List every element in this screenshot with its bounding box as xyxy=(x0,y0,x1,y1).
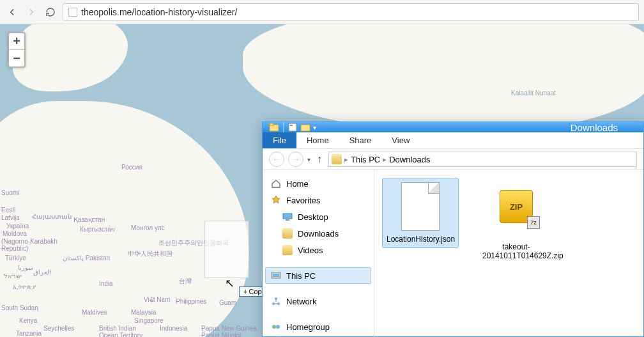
drag-ghost-file xyxy=(204,221,249,278)
map-label: Монгол улс xyxy=(131,224,165,231)
forward-button[interactable] xyxy=(24,5,38,19)
folder-icon xyxy=(282,228,293,239)
tab-home[interactable]: Home xyxy=(296,132,339,148)
folder-icon xyxy=(282,245,293,255)
map-label: سوريا xyxy=(18,264,33,271)
svg-rect-4 xyxy=(301,125,310,131)
navigation-pane: Home Favorites Desktop Downloads Videos … xyxy=(263,170,374,337)
nav-network[interactable]: Network xyxy=(265,293,371,310)
svg-point-13 xyxy=(276,325,280,329)
properties-icon[interactable] xyxy=(288,122,298,132)
ribbon-tabs: File Home Share View xyxy=(263,132,643,149)
file-list[interactable]: LocationHistory.json ZIP 7z takeout-2014… xyxy=(374,170,643,337)
recent-locations-dropdown[interactable]: ▾ xyxy=(307,156,310,163)
7z-badge-icon: 7z xyxy=(527,216,540,229)
map-label: Україна xyxy=(6,223,29,230)
map-label: Кыргызстан xyxy=(80,226,114,233)
filename-label: takeout-20141011T014629Z.zip xyxy=(482,242,550,260)
home-icon xyxy=(271,178,281,189)
map-label: Suomi xyxy=(1,189,19,196)
map-label: Malaysia xyxy=(131,309,156,316)
svg-point-11 xyxy=(275,297,277,300)
tab-view[interactable]: View xyxy=(381,132,420,148)
explorer-back-button[interactable]: ← xyxy=(269,152,284,167)
chevron-right-icon[interactable]: ▸ xyxy=(344,155,348,164)
window-title: Downloads xyxy=(571,122,618,133)
map-label: Philippines xyxy=(176,298,206,305)
map-label: پاکستان Pakistan xyxy=(63,255,110,262)
file-locationhistory-json[interactable]: LocationHistory.json xyxy=(382,178,459,248)
svg-rect-6 xyxy=(286,219,289,221)
nav-homegroup[interactable]: Homegroup xyxy=(265,318,371,335)
map-label: Kalaallit Nunaat xyxy=(511,90,556,97)
map-label: (Nagorno-Karabakh Republic) xyxy=(1,238,57,252)
map-label: Việt Nam xyxy=(144,296,170,303)
up-button[interactable]: ↑ xyxy=(314,153,325,165)
titlebar[interactable]: ▾ Downloads xyxy=(263,122,643,132)
nav-videos[interactable]: Videos xyxy=(265,242,371,258)
svg-rect-1 xyxy=(270,123,273,125)
desktop-icon xyxy=(282,212,293,222)
nav-desktop-label: Desktop xyxy=(298,212,328,222)
qat-dropdown-icon[interactable]: ▾ xyxy=(313,124,316,131)
nav-downloads-label: Downloads xyxy=(298,229,339,239)
map-label: Singapore xyxy=(134,317,164,324)
map-label: Россия xyxy=(121,164,142,171)
map-label: British Indian Ocean Territory xyxy=(99,325,142,337)
tab-file[interactable]: File xyxy=(263,132,296,148)
zoom-in-button[interactable]: + xyxy=(9,33,24,50)
chevron-right-icon[interactable]: ▸ xyxy=(383,155,387,164)
network-icon xyxy=(271,296,281,306)
map-label: Indonesia xyxy=(160,325,187,332)
svg-rect-5 xyxy=(283,214,292,219)
back-button[interactable] xyxy=(5,5,19,19)
svg-rect-2 xyxy=(289,123,296,131)
map-label: العراق xyxy=(33,269,51,276)
address-row: ← → ▾ ↑ ▸ This PC ▸ Downloads xyxy=(263,149,643,170)
zoom-control: + − xyxy=(8,32,26,68)
star-icon xyxy=(271,195,281,205)
page-icon xyxy=(68,8,77,17)
zip-icon: ZIP 7z xyxy=(500,190,533,223)
map-label: ኢትዮጵያ xyxy=(13,283,36,291)
homegroup-icon xyxy=(271,322,281,332)
zoom-out-button[interactable]: − xyxy=(9,50,24,67)
file-takeout-zip[interactable]: ZIP 7z takeout-20141011T014629Z.zip xyxy=(478,178,555,265)
nav-homegroup-label: Homegroup xyxy=(286,322,330,332)
map-label: Guam xyxy=(219,299,236,306)
breadcrumb-root[interactable]: This PC xyxy=(351,155,380,164)
filename-label: LocationHistory.json xyxy=(387,235,454,244)
nav-videos-label: Videos xyxy=(298,246,323,255)
folder-icon[interactable] xyxy=(269,122,279,132)
nav-thispc-label: This PC xyxy=(286,271,316,281)
explorer-forward-button[interactable]: → xyxy=(288,152,303,167)
breadcrumb-folder[interactable]: Downloads xyxy=(389,155,430,164)
map-label: South Sudan xyxy=(1,304,38,311)
map-label: Türkiye xyxy=(5,255,26,262)
reload-button[interactable] xyxy=(43,5,57,19)
map-label: Moldova xyxy=(3,230,27,237)
nav-network-label: Network xyxy=(286,297,317,306)
plus-icon: + xyxy=(243,288,247,295)
nav-downloads[interactable]: Downloads xyxy=(265,225,371,242)
new-folder-icon[interactable] xyxy=(300,122,310,132)
map-label: Հայաստան xyxy=(32,213,72,220)
breadcrumb[interactable]: ▸ This PC ▸ Downloads xyxy=(328,152,637,167)
nav-desktop[interactable]: Desktop xyxy=(265,208,371,225)
tab-share[interactable]: Share xyxy=(339,132,382,148)
map-label: ישראל xyxy=(4,272,22,279)
map-label: Latvija xyxy=(1,214,20,221)
nav-home[interactable]: Home xyxy=(265,175,371,192)
map-label: Tanzania xyxy=(16,330,42,337)
address-bar[interactable]: theopolis.me/location-history-visualizer… xyxy=(63,3,639,21)
pc-icon xyxy=(271,270,281,281)
nav-favorites[interactable]: Favorites xyxy=(265,192,371,208)
map-label: Seychelles xyxy=(43,325,74,332)
nav-favorites-label: Favorites xyxy=(286,196,320,205)
nav-home-label: Home xyxy=(286,179,309,189)
nav-thispc[interactable]: This PC xyxy=(265,267,371,284)
pc-icon xyxy=(332,154,342,164)
file-explorer-window: ▾ Downloads File Home Share View ← → ▾ ↑… xyxy=(262,121,644,337)
map-label: 中华人民共和国 xyxy=(128,249,172,258)
svg-rect-3 xyxy=(290,125,293,126)
